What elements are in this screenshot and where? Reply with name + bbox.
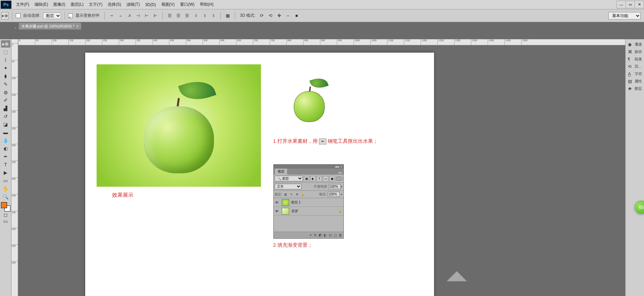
3d-orbit-icon[interactable]: ⟳ xyxy=(258,12,265,19)
show-transform-checkbox[interactable] xyxy=(68,13,73,18)
layer-row[interactable]: 👁 图层 1 xyxy=(274,198,343,207)
lock-all-icon[interactable]: 🔒 xyxy=(301,192,305,197)
close-button[interactable]: ✕ xyxy=(635,1,644,8)
quick-mask-toggle[interactable]: ◻ xyxy=(2,212,10,218)
dock-paths[interactable]: ⌘路径 xyxy=(627,48,643,55)
auto-select-target[interactable]: 图层 xyxy=(43,12,61,19)
menu-window[interactable]: 窗口(W) xyxy=(177,0,197,9)
inset-panel-tab[interactable]: 图层 xyxy=(275,169,287,175)
dock-properties[interactable]: ▤属性 xyxy=(627,77,643,85)
menu-view[interactable]: 视图(V) xyxy=(159,0,177,9)
fill-input[interactable] xyxy=(328,192,340,197)
layer-thumbnail[interactable] xyxy=(282,199,289,206)
auto-select-checkbox[interactable] xyxy=(16,13,20,18)
adjustment-layer-icon[interactable]: ◐ xyxy=(324,233,327,237)
lock-position-icon[interactable]: ✥ xyxy=(295,192,300,197)
type-tool[interactable]: T xyxy=(1,161,10,168)
pen-tool[interactable]: ✒ xyxy=(1,153,10,160)
filter-smart-icon[interactable]: ▣ xyxy=(329,176,335,181)
eraser-tool[interactable]: ◪ xyxy=(1,121,10,128)
align-vcenter-icon[interactable]: ⫠ xyxy=(117,12,124,19)
gradient-tool[interactable]: ▬ xyxy=(1,129,10,136)
layer-mask-icon[interactable]: ◩ xyxy=(319,233,322,237)
menu-help[interactable]: 帮助(H) xyxy=(197,0,216,9)
distribute-vcenter-icon[interactable]: ☰ xyxy=(175,12,182,19)
tab-close-icon[interactable]: × xyxy=(76,24,78,28)
tool-preset-icon[interactable]: ▸⊕ xyxy=(1,12,9,19)
document-canvas[interactable]: 效果展示 1.打开水果素材，用 ✒ 钢笔工具抠出出水果； 2.填充渐变背景； ◀… xyxy=(85,53,434,296)
opacity-input[interactable] xyxy=(329,184,341,189)
link-layers-icon[interactable]: ⚭ xyxy=(309,233,312,237)
align-hcenter-icon[interactable]: ⊢ xyxy=(143,12,150,19)
shape-tool[interactable]: ▭ xyxy=(1,177,10,184)
dodge-tool[interactable]: ◐ xyxy=(1,145,10,152)
distribute-top-icon[interactable]: ☰ xyxy=(166,12,173,19)
auto-align-icon[interactable]: ▦ xyxy=(224,12,231,19)
menu-layer[interactable]: 图层(L) xyxy=(68,0,87,9)
magic-wand-tool[interactable]: ✦ xyxy=(1,64,10,72)
layer-thumbnail[interactable] xyxy=(282,208,289,215)
inset-panel-menu-icon[interactable]: ▾≡ xyxy=(338,171,342,175)
distribute-right-icon[interactable]: ⦀ xyxy=(210,12,217,19)
screen-mode-toggle[interactable]: ▭ xyxy=(2,219,10,224)
layer-row[interactable]: 👁 背景 🔒 xyxy=(274,207,343,216)
clone-stamp-tool[interactable]: ▟ xyxy=(1,105,10,112)
menu-filter[interactable]: 滤镜(T) xyxy=(124,0,142,9)
distribute-bottom-icon[interactable]: ☰ xyxy=(183,12,191,19)
align-bottom-icon[interactable]: ⫡ xyxy=(125,12,133,19)
filter-shape-icon[interactable]: ▱ xyxy=(323,176,328,181)
dock-paragraph[interactable]: ¶段落 xyxy=(627,55,643,63)
menu-edit[interactable]: 编辑(E) xyxy=(32,0,51,9)
filter-pixel-icon[interactable]: ▦ xyxy=(304,176,309,181)
menu-type[interactable]: 文字(Y) xyxy=(86,0,105,9)
3d-slide-icon[interactable]: ↔ xyxy=(284,12,291,19)
menu-select[interactable]: 选择(S) xyxy=(105,0,124,9)
marquee-tool[interactable]: ⬚ xyxy=(1,48,10,56)
visibility-icon[interactable]: 👁 xyxy=(275,200,280,204)
align-left-icon[interactable]: ⊣ xyxy=(134,12,142,19)
minimize-button[interactable]: — xyxy=(616,1,626,8)
layer-name[interactable]: 背景 xyxy=(291,209,298,214)
distribute-left-icon[interactable]: ⦀ xyxy=(192,12,200,19)
menu-3d[interactable]: 3D(D) xyxy=(143,1,159,8)
path-select-tool[interactable]: ▶ xyxy=(1,169,10,176)
brush-tool[interactable]: ✐ xyxy=(1,97,10,104)
collapse-icon[interactable]: ◀◀ xyxy=(335,165,339,168)
zoom-tool[interactable]: 🔍 xyxy=(1,193,10,200)
foreground-color-swatch[interactable] xyxy=(1,202,7,208)
visibility-icon[interactable]: 👁 xyxy=(275,209,280,213)
document-tab[interactable]: 水果步骤.psd @ 100%(RGB/8) * × xyxy=(19,23,81,29)
filter-toggle[interactable] xyxy=(336,177,342,181)
delete-layer-icon[interactable]: 🗑 xyxy=(339,233,342,237)
layer-filter-kind[interactable]: 🔍 类型 xyxy=(275,176,303,181)
3d-pan-icon[interactable]: ✥ xyxy=(275,12,283,19)
3d-zoom-icon[interactable]: ■ xyxy=(293,12,300,19)
dock-character[interactable]: A̲字符 xyxy=(627,70,643,77)
filter-adjust-icon[interactable]: ◐ xyxy=(310,176,316,181)
align-top-icon[interactable]: ⫟ xyxy=(108,12,115,19)
layer-fx-icon[interactable]: fx xyxy=(314,233,317,237)
dock-channels[interactable]: ◉通道 xyxy=(627,41,643,48)
align-right-icon[interactable]: ⊩ xyxy=(152,12,159,19)
panel-close-icon[interactable]: ✕ xyxy=(340,165,342,168)
tab-overflow-icon[interactable]: » xyxy=(14,26,19,29)
menu-file[interactable]: 文件(F) xyxy=(13,0,32,9)
group-icon[interactable]: 🗀 xyxy=(329,233,332,237)
blur-tool[interactable]: 💧 xyxy=(1,137,10,144)
dock-history[interactable]: ⟲历… xyxy=(627,63,643,70)
maximize-button[interactable]: ▭ xyxy=(626,1,635,8)
color-swatches[interactable] xyxy=(1,202,10,212)
filter-type-icon[interactable]: T xyxy=(317,176,322,181)
lock-pixels-icon[interactable]: ✎ xyxy=(289,192,294,197)
dock-layers[interactable]: ❖图层 xyxy=(627,85,643,92)
crop-tool[interactable]: ⧫ xyxy=(1,72,10,80)
lasso-tool[interactable]: ⌇ xyxy=(1,56,10,64)
blend-mode-select[interactable]: 正常 xyxy=(275,184,302,189)
new-layer-icon[interactable]: ◻ xyxy=(334,233,337,237)
menu-image[interactable]: 图像(I) xyxy=(51,0,68,9)
history-brush-tool[interactable]: ↺ xyxy=(1,113,10,120)
healing-brush-tool[interactable]: ◍ xyxy=(1,88,10,96)
move-tool[interactable]: ▸⊕ xyxy=(1,40,10,48)
lock-transparency-icon[interactable]: ▦ xyxy=(283,192,288,197)
workspace-selector[interactable]: 基本功能 xyxy=(608,12,641,19)
